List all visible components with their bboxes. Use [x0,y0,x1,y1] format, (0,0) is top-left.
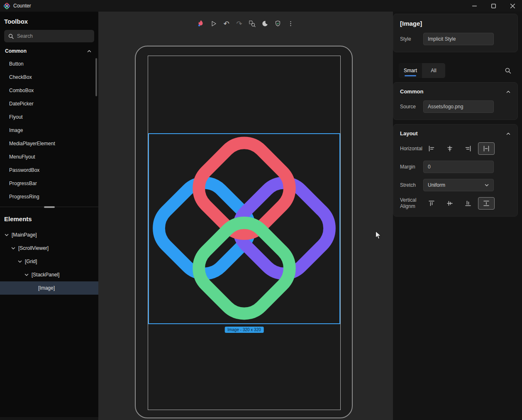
layout-section-card: Layout Horizontal [393,124,518,217]
horizontal-alignment-group [423,142,495,155]
tree-item-stackpanel[interactable]: [StackPanel] [0,268,98,281]
toolbox-item-passwordbox[interactable]: PasswordBox [0,164,98,177]
toolbox-section-common[interactable]: Common [0,42,98,57]
toolbox-item-progressbar[interactable]: ProgressBar [0,177,98,190]
divider-grip-icon [44,206,55,208]
tree-item-label: [StackPanel] [32,272,59,278]
layout-section-title: Layout [400,130,418,137]
play-icon[interactable] [209,19,219,29]
margin-label: Margin [400,164,423,170]
tree-item-label: [Grid] [25,259,37,264]
minimize-button[interactable] [465,0,484,12]
tab-smart[interactable]: Smart [399,63,422,78]
toolbox-list: Button CheckBox ComboBox DatePicker Flyo… [0,57,98,203]
chevron-down-icon[interactable] [17,259,23,264]
tree-item-grid[interactable]: [Grid] [0,255,98,268]
toolbox-scrollbar[interactable] [95,58,97,96]
device-frame: Image - 320 x 320 [135,46,353,418]
common-section-card: Common Source [393,82,518,120]
align-left-button[interactable] [423,142,440,155]
toolbox-item-menuflyout[interactable]: MenuFlyout [0,150,98,164]
elements-tree: [MainPage] [ScrollViewer] [Grid] [StackP… [0,228,98,295]
source-input[interactable] [428,104,489,110]
close-button[interactable] [503,0,522,12]
common-section-header[interactable]: Common [400,88,511,95]
design-canvas[interactable]: ↶ ↷ [98,12,393,420]
chevron-down-icon[interactable] [10,246,17,251]
toolbox-search[interactable] [4,30,94,42]
source-field[interactable] [423,100,494,113]
inspect-element-icon[interactable] [247,19,257,29]
align-stretch-vertical-button[interactable] [478,197,495,210]
toolbox-section-label: Common [5,48,27,54]
app-logo-icon [4,3,10,9]
properties-search-icon[interactable] [505,68,511,74]
margin-field[interactable] [423,161,494,173]
chevron-down-icon[interactable] [23,272,30,277]
selection-header-card: [Image] Style [393,14,518,52]
window-title: Counter [13,3,31,9]
style-label: Style [400,36,423,42]
tree-item-mainpage[interactable]: [MainPage] [0,228,98,242]
align-top-button[interactable] [423,197,440,210]
tree-item-label: [ScrollViewer] [18,245,49,251]
toolbox-item-combobox[interactable]: ComboBox [0,84,98,97]
tree-item-scrollviewer[interactable]: [ScrollViewer] [0,242,98,255]
elements-title: Elements [0,209,98,227]
stretch-dropdown[interactable]: Uniform [423,179,494,191]
toolbox-item-progressring[interactable]: ProgressRing [0,190,98,203]
properties-panel: [Image] Style Smart All Common [393,12,522,420]
search-icon [8,34,14,39]
align-center-horizontal-button[interactable] [442,142,458,155]
redo-icon[interactable]: ↷ [234,19,244,29]
toolbox-item-button[interactable]: Button [0,57,98,71]
titlebar: Counter [0,0,522,12]
validation-shield-icon[interactable] [273,19,283,29]
tree-item-label: [Image] [38,285,55,291]
inspector-tabs: Smart All [393,63,518,78]
toolbox-item-checkbox[interactable]: CheckBox [0,71,98,84]
chevron-up-icon [506,131,511,136]
chevron-up-icon [506,89,511,94]
align-stretch-horizontal-button[interactable] [478,142,495,155]
tab-group: Smart All [399,63,445,78]
left-panel: Toolbox Common Button CheckBox ComboBox … [0,12,98,420]
mouse-cursor [375,231,382,240]
style-field[interactable] [423,33,494,45]
toolbox-item-mediaplayerelement[interactable]: MediaPlayerElement [0,137,98,150]
toolbox-item-image[interactable]: Image [0,124,98,137]
toolbox-item-datepicker[interactable]: DatePicker [0,97,98,110]
stretch-value: Uniform [428,182,445,188]
chevron-down-icon [484,183,489,188]
toolbox-search-input[interactable] [17,33,90,39]
stretch-label: Stretch [400,182,423,188]
window-controls [465,0,522,12]
theme-toggle-icon[interactable] [260,19,270,29]
align-bottom-button[interactable] [460,197,476,210]
vertical-alignment-label: Vertical Alignm [400,197,423,210]
app-logo-image [149,134,339,323]
source-label: Source [400,104,423,110]
align-center-vertical-button[interactable] [442,197,458,210]
toolbox-item-flyout[interactable]: Flyout [0,110,98,124]
more-options-icon[interactable] [286,19,296,29]
style-input[interactable] [428,36,489,42]
tree-item-image[interactable]: [Image] [0,281,98,295]
left-panel-bottom-strip [0,417,98,420]
align-right-button[interactable] [460,142,476,155]
chevron-up-icon [87,49,92,54]
page-surface[interactable]: Image - 320 x 320 [148,56,341,410]
selected-image-element[interactable] [148,133,340,324]
undo-icon[interactable]: ↶ [222,19,232,29]
canvas-toolbar: ↶ ↷ [196,19,296,29]
hot-reload-flame-icon[interactable] [196,19,206,29]
layout-section-header[interactable]: Layout [400,130,511,137]
maximize-button[interactable] [484,0,503,12]
tab-all[interactable]: All [422,63,445,78]
chevron-down-icon[interactable] [3,232,10,237]
margin-input[interactable] [428,164,489,170]
vertical-alignment-group [423,197,495,210]
common-section-title: Common [400,88,423,95]
panel-resize-handle[interactable] [0,205,98,209]
horizontal-alignment-label: Horizontal [400,146,423,152]
